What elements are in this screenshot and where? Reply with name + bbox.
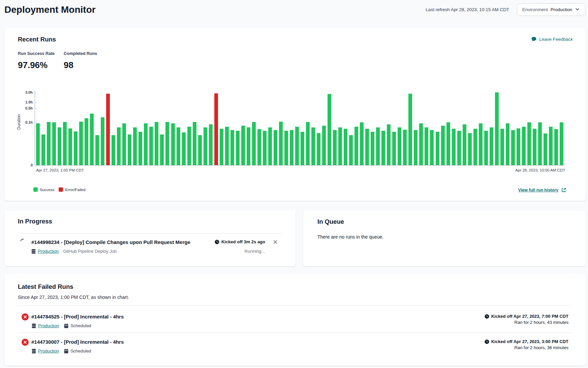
chart-bar-success[interactable] [295,127,299,165]
chart-bar-success[interactable] [317,133,320,165]
chart-bar-success[interactable] [47,122,51,165]
chart-bar-success[interactable] [247,127,250,165]
chart-bar-success[interactable] [338,127,342,165]
chart-bar-success[interactable] [322,126,326,165]
chart-bar-success[interactable] [128,134,131,165]
chart-bar-success[interactable] [517,128,520,165]
chart-bar-success[interactable] [403,130,407,165]
chart-bar-success[interactable] [95,135,99,165]
chart-bar-success[interactable] [511,130,515,165]
chart-bar-success[interactable] [365,129,369,165]
chart-bar-success[interactable] [41,134,45,165]
chart-bar-success[interactable] [490,127,493,165]
chart-bar-success[interactable] [533,129,536,165]
chart-bar-success[interactable] [544,133,547,165]
chart-bar-failed[interactable] [214,93,218,165]
chart-bar-success[interactable] [209,124,213,165]
chart-bar-success[interactable] [500,129,504,165]
chart-bar-success[interactable] [133,127,137,165]
chart-bar-success[interactable] [52,122,56,165]
chart-bar-success[interactable] [506,123,509,165]
chart-bar-success[interactable] [408,94,412,165]
chart-bar-success[interactable] [560,122,563,165]
chart-bar-success[interactable] [301,132,304,165]
chart-bar-success[interactable] [354,127,358,165]
chart-bar-success[interactable] [452,129,456,165]
chart-bar-success[interactable] [306,122,310,165]
chart-bar-success[interactable] [473,129,477,165]
chart-bar-success[interactable] [68,128,72,165]
chart-bar-success[interactable] [241,126,245,165]
chart-bar-success[interactable] [112,135,115,165]
chart-bar-success[interactable] [252,122,256,165]
legend-item[interactable]: Error/Failed [59,187,85,192]
chart-bar-success[interactable] [554,129,558,165]
chart-bar-success[interactable] [425,127,428,165]
chart-bar-success[interactable] [171,123,175,165]
chart-bar-success[interactable] [58,127,61,165]
chart-bar-success[interactable] [430,130,434,165]
chart-bar-success[interactable] [268,127,272,165]
chart-bar-success[interactable] [257,129,261,165]
chart-bar-success[interactable] [479,123,483,165]
chart-bar-success[interactable] [74,131,78,165]
chart-bar-success[interactable] [165,122,169,165]
chart-bar-success[interactable] [101,117,104,165]
chart-bar-success[interactable] [328,94,331,165]
chart-bar-success[interactable] [344,129,347,165]
chart-bar-success[interactable] [436,132,439,165]
leave-feedback-link[interactable]: Leave Feedback [531,36,573,42]
chart-bar-success[interactable] [36,123,40,165]
chart-bar-success[interactable] [468,133,472,165]
chart-bar-success[interactable] [138,132,142,165]
chart-bar-success[interactable] [311,127,315,165]
chart-bar-success[interactable] [290,130,293,165]
chart-bar-success[interactable] [149,127,153,165]
chart-bar-success[interactable] [193,122,196,165]
chart-bar-success[interactable] [419,123,423,165]
chart-bar-success[interactable] [349,135,353,165]
failed-run-environment-link[interactable]: Production [38,348,59,354]
chart-bar-success[interactable] [122,123,126,165]
chart-bar-success[interactable] [441,126,445,165]
chart-bar-success[interactable] [263,131,267,165]
chart-bar-success[interactable] [177,127,180,165]
failed-run-environment-link[interactable]: Production [38,323,59,329]
chart-bar-failed[interactable] [106,94,110,165]
view-full-run-history-link[interactable]: View full run history [518,187,566,193]
chart-bar-success[interactable] [398,127,401,165]
chart-bar-success[interactable] [484,131,488,165]
chart-bar-success[interactable] [160,134,164,165]
chart-bar-success[interactable] [446,122,450,165]
chart-bar-success[interactable] [144,123,148,165]
chart-bar-success[interactable] [463,124,466,165]
chart-bar-success[interactable] [284,131,288,165]
chart-bar-success[interactable] [392,132,396,165]
chart-bar-success[interactable] [495,92,499,165]
chart-bar-success[interactable] [225,127,229,165]
chart-bar-success[interactable] [90,114,94,165]
chart-bar-success[interactable] [457,131,461,165]
chart-bar-success[interactable] [549,127,553,165]
chart-bar-success[interactable] [387,124,391,165]
chart-bar-success[interactable] [538,122,542,165]
chart-bar-success[interactable] [85,118,88,165]
chart-bar-success[interactable] [376,127,380,165]
chart-bar-success[interactable] [79,122,83,165]
in-progress-environment-link[interactable]: Production [38,249,59,254]
chart-bar-success[interactable] [522,127,526,165]
chart-bar-success[interactable] [155,122,158,165]
chart-bar-success[interactable] [527,122,531,165]
chart-bar-success[interactable] [360,122,364,165]
chart-bar-success[interactable] [333,130,337,165]
chart-bar-success[interactable] [279,122,283,165]
chart-bar-success[interactable] [381,131,385,165]
chart-bar-success[interactable] [198,135,202,165]
chart-bar-success[interactable] [230,130,234,165]
chart-bar-success[interactable] [220,129,223,165]
chart-bar-success[interactable] [182,132,186,165]
chart-bar-success[interactable] [274,130,277,165]
chart-bar-success[interactable] [236,131,240,165]
chart-bar-success[interactable] [63,122,67,165]
chart-bar-success[interactable] [371,132,374,165]
